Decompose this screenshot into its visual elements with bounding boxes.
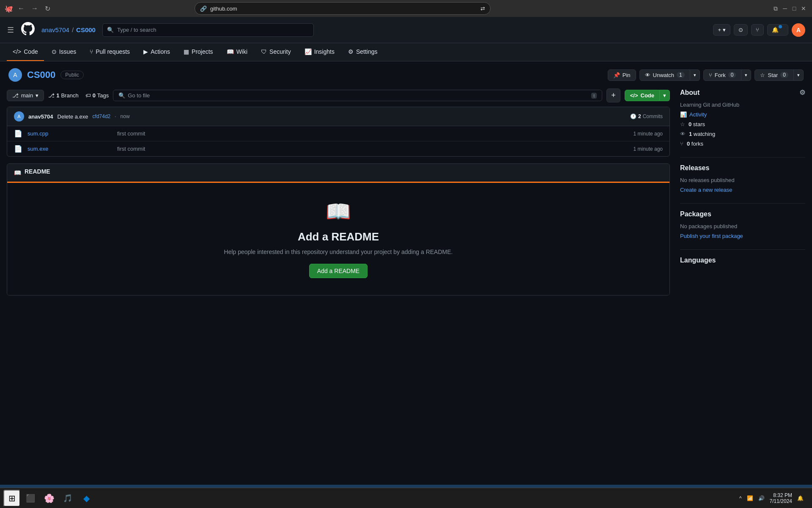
code-button[interactable]: </> Code <box>625 90 660 101</box>
nav-security[interactable]: 🛡 Security <box>255 43 297 61</box>
branch-count-icon: ⎇ <box>48 92 55 99</box>
readme-title: README <box>25 168 50 177</box>
nav-actions[interactable]: ▶ Actions <box>137 43 176 61</box>
fork-count: 0 <box>728 72 736 78</box>
repo-header: A CS000 Public 📌 Pin 👁 Unwatch 1 ▾ ⑂ <box>7 68 805 82</box>
repo-title[interactable]: CS000 <box>27 69 55 80</box>
go-to-file-input[interactable]: 🔍 Go to file t <box>113 90 602 101</box>
taskbar-clock: 8:32 PM 7/11/2024 <box>770 492 792 504</box>
nav-insights[interactable]: 📈 Insights <box>299 43 340 61</box>
table-row: 📄 sum.cpp first commit 1 minute ago <box>7 126 669 141</box>
security-icon: 🛡 <box>261 48 267 55</box>
table-row: 📄 sum.exe first commit 1 minute ago <box>7 141 669 156</box>
taskbar-terminal[interactable]: ⬛ <box>22 490 39 507</box>
commit-hash[interactable]: cfd74d2 <box>93 113 111 119</box>
maximize-button[interactable]: □ <box>791 5 798 12</box>
commit-author-avatar: A <box>14 111 24 121</box>
hamburger-icon[interactable]: ☰ <box>7 26 14 34</box>
forks-icon: ⑂ <box>680 141 683 147</box>
fork-button[interactable]: ⑂ Fork 0 <box>703 69 742 81</box>
address-bar[interactable]: 🔗 github.com ⇄ <box>195 2 491 15</box>
code-dropdown-button[interactable]: ▾ <box>660 90 670 101</box>
chevron-up-icon[interactable]: ^ <box>739 495 742 501</box>
repo-owner-avatar: A <box>8 68 22 82</box>
pull-requests-button[interactable]: ⑂ <box>751 24 764 36</box>
date-display: 7/11/2024 <box>770 498 792 504</box>
nav-settings[interactable]: ⚙ Settings <box>342 43 384 61</box>
readme-add-description: Help people interested in this repositor… <box>16 248 661 255</box>
branch-selector[interactable]: ⎇ main ▾ <box>7 90 44 101</box>
unwatch-button[interactable]: 👁 Unwatch 1 <box>639 69 690 81</box>
window-controls: ⧉ ─ □ ✕ <box>772 5 807 12</box>
activity-link[interactable]: 📊 Activity <box>680 111 805 118</box>
publish-package-link[interactable]: Publish your first package <box>680 233 805 239</box>
create-release-link[interactable]: Create a new release <box>680 187 805 193</box>
taskbar-flower[interactable]: 🌸 <box>41 490 58 507</box>
settings-icon: ⚙ <box>348 48 354 55</box>
pin-button[interactable]: 📌 Pin <box>608 69 636 81</box>
nav-projects[interactable]: ▦ Projects <box>178 43 219 61</box>
issues-button[interactable]: ⊙ <box>734 24 748 36</box>
back-button[interactable]: ← <box>16 3 26 14</box>
notifications-button[interactable]: 🔔 <box>767 24 788 36</box>
minimize-button[interactable]: ─ <box>782 5 788 12</box>
breadcrumb: anav5704 / CS000 <box>41 26 96 33</box>
browser-favicon: 🐙 <box>5 5 13 12</box>
connection-icon: 🔗 <box>200 6 207 12</box>
repo-description: Learning Git and GitHub <box>680 102 805 108</box>
taskbar: ⊞ ⬛ 🌸 🎵 ◆ ^ 📶 🔊 8:32 PM 7/11/2024 🔔 <box>0 488 812 508</box>
nav-issues[interactable]: ⊙ Issues <box>46 43 82 61</box>
releases-title: Releases <box>680 164 805 172</box>
branches-link[interactable]: ⎇ 1 Branch <box>48 92 78 99</box>
plus-icon: + <box>718 27 721 33</box>
commit-author[interactable]: anav5704 <box>28 113 53 120</box>
tags-link[interactable]: 🏷 0 Tags <box>85 92 109 99</box>
github-logo[interactable] <box>21 22 35 38</box>
forward-button[interactable]: → <box>30 3 40 14</box>
start-button[interactable]: ⊞ <box>3 490 20 507</box>
file-name[interactable]: sum.exe <box>27 146 112 152</box>
taskbar-spotify[interactable]: 🎵 <box>59 490 76 507</box>
new-button[interactable]: + ▾ <box>713 24 730 36</box>
fork-dropdown[interactable]: ▾ <box>741 69 751 81</box>
fork-icon: ⑂ <box>709 72 712 78</box>
notification-icon[interactable]: 🔔 <box>797 495 804 501</box>
star-count: 0 <box>780 72 788 78</box>
eye-icon: 👁 <box>645 72 650 78</box>
add-file-button[interactable]: + <box>606 88 620 102</box>
taskbar-vscode[interactable]: ◆ <box>78 490 95 507</box>
global-search[interactable]: 🔍 Type / to search <box>102 23 314 37</box>
close-button[interactable]: ✕ <box>800 5 807 12</box>
breadcrumb-repo[interactable]: CS000 <box>76 26 96 33</box>
nav-pull-requests[interactable]: ⑂ Pull requests <box>84 43 136 61</box>
nav-code[interactable]: </> Code <box>7 43 44 61</box>
avatar[interactable]: A <box>792 23 805 37</box>
branch-icon: ⎇ <box>12 92 19 99</box>
settings-gear-icon[interactable]: ⚙ <box>799 88 805 97</box>
main-content: A CS000 Public 📌 Pin 👁 Unwatch 1 ▾ ⑂ <box>0 61 812 485</box>
readme-content: 📖 Add a README Help people interested in… <box>7 183 669 295</box>
repo-actions: 📌 Pin 👁 Unwatch 1 ▾ ⑂ Fork 0 ▾ <box>608 69 804 81</box>
split-view-button[interactable]: ⧉ <box>772 5 779 12</box>
stars-stat: ☆ 0 stars <box>680 121 805 127</box>
divider <box>680 249 805 250</box>
packages-title: Packages <box>680 210 805 218</box>
content-layout: ⎇ main ▾ ⎇ 1 Branch 🏷 0 Tags <box>7 88 805 295</box>
breadcrumb-user[interactable]: anav5704 <box>41 26 69 33</box>
search-placeholder: Type / to search <box>117 27 156 33</box>
nav-wiki[interactable]: 📖 Wiki <box>221 43 253 61</box>
commits-link[interactable]: 🕐 2 Commits <box>630 113 663 119</box>
unwatch-dropdown[interactable]: ▾ <box>690 69 700 81</box>
star-dropdown[interactable]: ▾ <box>794 69 804 81</box>
clock-icon: 🕐 <box>630 113 636 119</box>
file-name[interactable]: sum.cpp <box>27 130 112 137</box>
commit-separator: · <box>115 113 116 119</box>
taskbar-system-tray: ^ 📶 🔊 8:32 PM 7/11/2024 🔔 <box>734 492 809 504</box>
refresh-button[interactable]: ↻ <box>43 3 52 14</box>
about-section: About ⚙ Learning Git and GitHub 📊 Activi… <box>680 88 805 147</box>
header-actions: + ▾ ⊙ ⑂ 🔔 A <box>713 23 805 37</box>
divider <box>680 203 805 204</box>
packages-section: Packages No packages published Publish y… <box>680 210 805 239</box>
add-readme-button[interactable]: Add a README <box>309 264 368 278</box>
star-button[interactable]: ☆ Star 0 <box>754 69 794 81</box>
